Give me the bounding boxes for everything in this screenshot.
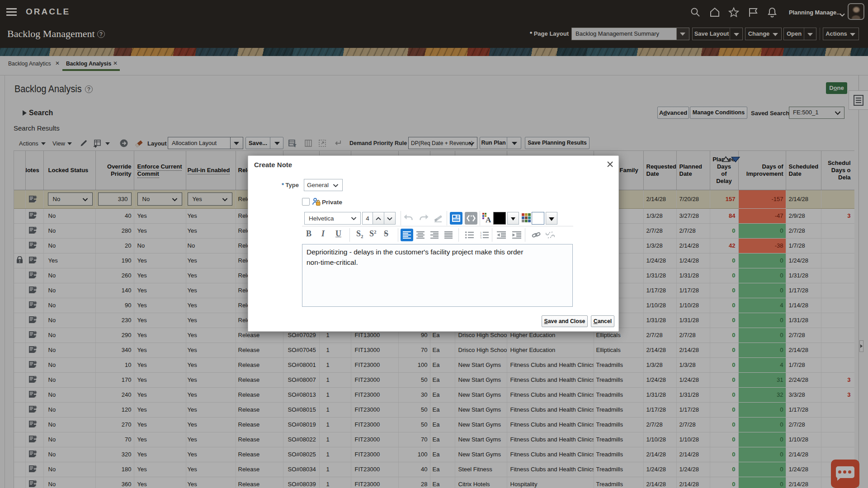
svg-text:3: 3 bbox=[480, 237, 482, 239]
svg-text:A: A bbox=[486, 216, 491, 224]
